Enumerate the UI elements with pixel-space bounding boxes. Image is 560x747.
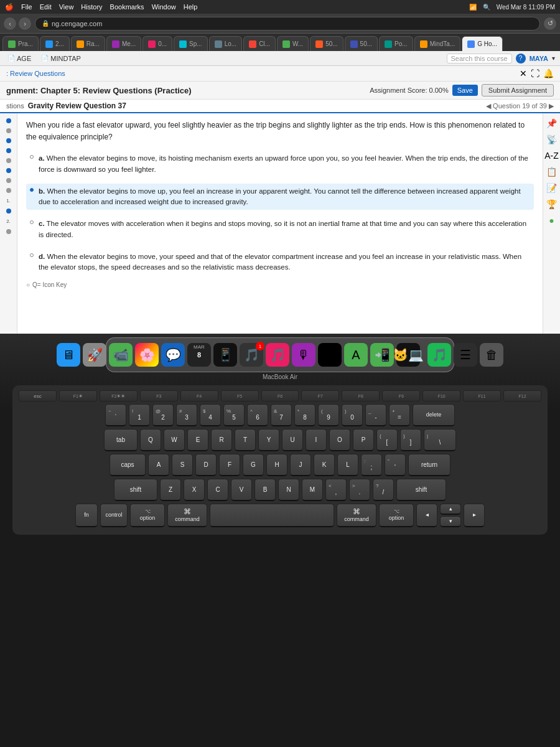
key-k[interactable]: K (314, 454, 335, 476)
dock-podcasts[interactable]: 🎙 (292, 343, 315, 367)
key-i[interactable]: I (306, 429, 327, 451)
key-b[interactable]: B (254, 479, 276, 501)
key-4[interactable]: $4 (200, 404, 221, 426)
key-r[interactable]: R (211, 429, 232, 451)
reload-button[interactable]: ↺ (544, 17, 556, 30)
save-button[interactable]: Save (452, 85, 478, 96)
key-semicolon[interactable]: :; (361, 454, 382, 476)
right-icon-1[interactable]: 📌 (546, 118, 557, 128)
key-command-left[interactable]: ⌘ command (167, 504, 207, 527)
radio-a[interactable] (30, 155, 34, 159)
back-button[interactable]: ‹ (4, 17, 16, 30)
address-bar[interactable]: 🔒 ng.cengage.com (35, 17, 540, 31)
radio-b[interactable] (30, 188, 34, 192)
right-icon-3[interactable]: 📋 (546, 167, 557, 177)
key-rbracket[interactable]: }] (400, 429, 421, 451)
submit-button[interactable]: Submit Assignment (482, 84, 554, 96)
key-f10[interactable]: F10 (422, 390, 460, 402)
dock-finder[interactable]: 🖥 (57, 343, 80, 367)
tab-ra[interactable]: Ra... (71, 36, 105, 51)
menu-bookmarks[interactable]: Bookmarks (110, 3, 144, 11)
tab-lo[interactable]: Lo... (209, 36, 242, 51)
key-o[interactable]: O (329, 429, 350, 451)
tab-50b[interactable]: 50... (345, 36, 378, 51)
key-e[interactable]: E (187, 429, 208, 451)
key-z[interactable]: Z (160, 479, 181, 501)
key-option-left[interactable]: ⌥ option (130, 504, 165, 527)
user-avatar[interactable]: MAYA (530, 55, 548, 62)
key-return[interactable]: return (408, 454, 450, 476)
radio-d[interactable] (30, 253, 34, 257)
dock-n[interactable]: N (318, 343, 342, 367)
bell-icon[interactable]: 🔔 (543, 68, 554, 78)
key-1[interactable]: !1 (129, 404, 150, 426)
dock-facetime[interactable]: 📹 (109, 343, 133, 367)
key-period[interactable]: >. (349, 479, 370, 501)
key-up[interactable]: ▴ (440, 504, 461, 515)
key-delete[interactable]: delete (413, 404, 455, 426)
tab-mindta[interactable]: MindTa... (414, 36, 461, 51)
key-u[interactable]: U (282, 429, 303, 451)
key-9[interactable]: (9 (318, 404, 339, 426)
answer-option-c[interactable]: c. The elevator moves with acceleration … (26, 216, 534, 243)
dock-face[interactable]: 🐱‍💻 (396, 343, 420, 367)
bookmark-mindtap[interactable]: 📄 MINDTAP (39, 54, 83, 63)
key-option-right[interactable]: ⌥ option (379, 504, 414, 527)
menu-help[interactable]: Help (184, 3, 198, 11)
key-w[interactable]: W (164, 429, 185, 451)
dock-messages[interactable]: 💬 (161, 343, 185, 367)
key-equals[interactable]: += (389, 404, 410, 426)
key-h[interactable]: H (266, 454, 287, 476)
key-0[interactable]: )0 (342, 404, 363, 426)
key-backslash[interactable]: |\ (424, 429, 456, 451)
tab-0[interactable]: 0... (142, 36, 172, 51)
dock-music[interactable]: 🎵 (266, 343, 289, 367)
dock-appstore[interactable]: 🎵 1 (240, 343, 263, 367)
dock-launchpad[interactable]: 🚀 (83, 343, 106, 367)
key-f12[interactable]: F12 (503, 390, 541, 402)
dock-calendar[interactable]: 8 MAR (187, 343, 211, 367)
menu-view[interactable]: View (59, 3, 74, 11)
key-f1[interactable]: F1 ☀ (59, 390, 97, 402)
key-f3[interactable]: F3 (140, 390, 178, 402)
key-c[interactable]: C (207, 479, 228, 501)
key-command-right[interactable]: ⌘ command (337, 504, 376, 527)
key-v[interactable]: V (231, 479, 252, 501)
key-f11[interactable]: F11 (463, 390, 501, 402)
key-slash[interactable]: ?/ (373, 479, 394, 501)
key-g[interactable]: G (243, 454, 264, 476)
key-caps[interactable]: caps (110, 454, 146, 476)
right-icon-6[interactable]: ● (549, 215, 554, 225)
key-a[interactable]: A (148, 454, 169, 476)
right-icon-a-z[interactable]: A-Z (544, 151, 559, 161)
dock-messages2[interactable]: 📲 (370, 343, 394, 367)
key-d[interactable]: D (195, 454, 217, 476)
right-icon-5[interactable]: 🏆 (546, 199, 557, 209)
dock-trash[interactable]: 🗑 (480, 343, 503, 367)
menu-history[interactable]: History (81, 3, 102, 11)
key-x[interactable]: X (184, 479, 205, 501)
key-3[interactable]: #3 (176, 404, 197, 426)
tab-me[interactable]: Me... (106, 36, 141, 51)
tab-50a[interactable]: 50... (310, 36, 343, 51)
key-2[interactable]: @2 (152, 404, 174, 426)
key-f2[interactable]: F2 ☀☀ (100, 390, 138, 402)
apple-menu[interactable]: 🍎 (5, 3, 14, 11)
key-quote[interactable]: "' (385, 454, 406, 476)
dock-photos[interactable]: 🌸 (135, 343, 159, 367)
key-y[interactable]: Y (258, 429, 279, 451)
tab-pra[interactable]: Pra... (2, 36, 39, 51)
key-q[interactable]: Q (140, 429, 161, 451)
right-icon-2[interactable]: 📡 (546, 134, 557, 144)
key-tilde[interactable]: ~` (105, 404, 126, 426)
answer-option-b[interactable]: b. When the elevator begins to move up, … (26, 184, 534, 210)
key-lbracket[interactable]: {[ (376, 429, 398, 451)
close-icon[interactable]: ✕ (520, 68, 527, 78)
key-minus[interactable]: _- (365, 404, 386, 426)
key-f[interactable]: F (219, 454, 240, 476)
key-control[interactable]: control (100, 504, 128, 527)
key-space[interactable] (210, 504, 334, 527)
menu-file[interactable]: File (21, 3, 32, 11)
key-6[interactable]: ^6 (247, 404, 268, 426)
tab-ho[interactable]: G Ho... (462, 36, 503, 51)
